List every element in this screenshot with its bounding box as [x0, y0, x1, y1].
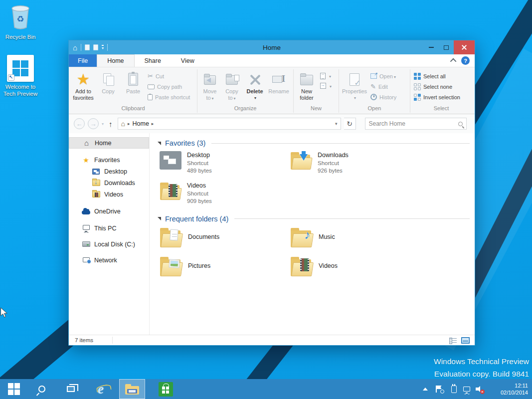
volume-muted-icon: ✕ [476, 386, 483, 393]
move-to-button[interactable]: Move to [199, 70, 221, 102]
network-tray-button[interactable] [461, 379, 473, 399]
rename-button[interactable]: Rename [267, 70, 291, 96]
flag-icon [436, 386, 442, 393]
cut-button[interactable]: Cut [146, 71, 192, 81]
new-folder-button[interactable]: New folder [295, 70, 318, 102]
copy-path-button[interactable]: Copy path [146, 81, 192, 92]
show-hidden-icons-button[interactable] [420, 379, 431, 399]
minimize-button[interactable] [424, 40, 439, 54]
sidebar-item-desktop[interactable]: Desktop [69, 166, 149, 177]
taskbar-clock[interactable]: 12:11 02/10/2014 [501, 379, 528, 399]
ribbon: Add to favorites Copy Paste Cut Copy pat… [69, 67, 475, 114]
ribbon-group-clipboard: Add to favorites Copy Paste Cut Copy pat… [71, 68, 195, 114]
tab-view[interactable]: View [171, 54, 204, 67]
tab-file[interactable]: File [69, 54, 97, 67]
sidebar-item-onedrive[interactable]: OneDrive [69, 205, 149, 217]
folder-tile-music[interactable]: Music [290, 227, 421, 248]
collapse-triangle-icon[interactable] [158, 142, 161, 145]
easy-access-icon [320, 83, 326, 89]
maximize-button[interactable] [439, 40, 454, 54]
tab-share[interactable]: Share [135, 54, 171, 67]
minimize-ribbon-icon[interactable] [450, 58, 457, 65]
taskbar-internet-explorer[interactable]: e [90, 379, 112, 399]
address-bar-row: ← → ▾ ↑ ▸ Home ▸ ▾ [69, 114, 475, 133]
easy-access-button[interactable] [318, 82, 334, 90]
sidebar-item-videos[interactable]: Videos [69, 189, 149, 200]
taskbar-store[interactable] [155, 379, 177, 399]
paste-button[interactable]: Paste [121, 70, 146, 96]
breadcrumb-segment[interactable]: Home [133, 120, 149, 127]
folder-tile-videos[interactable]: Videos [290, 256, 421, 277]
copy-button[interactable]: Copy [96, 70, 121, 96]
select-all-button[interactable]: Select all [412, 71, 462, 81]
group-label-clipboard: Clipboard [71, 105, 195, 114]
ribbon-group-open: Properties Open Edit History Open [341, 68, 408, 114]
sidebar-item-home[interactable]: Home [69, 137, 149, 149]
delete-button[interactable]: Delete [243, 70, 267, 102]
group-header-favorites[interactable]: Favorites (3) [158, 139, 470, 147]
sidebar-item-network[interactable]: Network [69, 254, 149, 266]
invert-selection-button[interactable]: Invert selection [412, 92, 462, 102]
power-tray-button[interactable] [448, 379, 460, 399]
file-tile-videos[interactable]: Videos Shortcut 909 bytes [160, 182, 290, 205]
large-icons-view-icon[interactable] [461, 337, 470, 344]
refresh-button[interactable] [344, 118, 356, 130]
up-button[interactable]: ↑ [109, 120, 113, 128]
home-icon [82, 139, 91, 147]
sidebar-item-local-disk[interactable]: Local Disk (C:) [69, 238, 149, 250]
recent-locations-icon[interactable]: ▾ [102, 122, 104, 126]
add-to-favorites-button[interactable]: Add to favorites [71, 70, 96, 102]
recycle-bin-shortcut[interactable]: ♻ Recycle Bin [3, 4, 38, 40]
frequent-folder-tiles: Documents Music Pictures [160, 227, 475, 277]
select-none-button[interactable]: Select none [412, 81, 462, 92]
address-box[interactable]: ▸ Home ▸ ▾ [118, 118, 341, 130]
qat-properties-icon[interactable] [85, 44, 90, 50]
close-button[interactable] [454, 40, 475, 54]
search-icon[interactable] [458, 122, 463, 126]
folder-tile-pictures[interactable]: Pictures [160, 256, 290, 277]
network-icon [82, 256, 90, 264]
address-dropdown-icon[interactable]: ▾ [335, 121, 338, 126]
explorer-window: ▾ Home File Home Share View ? [68, 40, 475, 346]
help-icon[interactable]: ? [461, 56, 470, 65]
group-header-frequent-folders[interactable]: Frequent folders (4) [158, 215, 470, 223]
breadcrumb-home-icon[interactable] [121, 120, 125, 128]
task-view-button[interactable] [61, 379, 81, 399]
qat-new-folder-icon[interactable] [93, 44, 98, 50]
file-tile-downloads[interactable]: Downloads Shortcut 926 bytes [290, 151, 421, 175]
back-button[interactable]: ← [74, 118, 85, 129]
taskbar-search-button[interactable] [33, 379, 51, 399]
open-button[interactable]: Open [368, 71, 398, 81]
move-to-icon [203, 74, 216, 85]
sidebar-item-favorites[interactable]: Favorites [69, 154, 149, 166]
folder-tile-documents[interactable]: Documents [160, 227, 290, 248]
paste-shortcut-button[interactable]: Paste shortcut [146, 92, 192, 102]
taskbar-file-explorer[interactable] [119, 379, 145, 399]
title-bar[interactable]: ▾ Home [69, 40, 475, 54]
network-icon [463, 387, 470, 392]
explorer-home-icon[interactable] [73, 44, 77, 51]
search-box[interactable] [365, 118, 467, 130]
new-item-button[interactable] [318, 72, 334, 80]
file-tile-desktop[interactable]: Desktop Shortcut 489 bytes [160, 151, 290, 175]
collapse-triangle-icon[interactable] [158, 217, 161, 220]
action-center-button[interactable] [433, 379, 445, 399]
search-input[interactable] [369, 120, 458, 127]
edit-button[interactable]: Edit [368, 81, 398, 92]
sidebar-item-downloads[interactable]: Downloads [69, 177, 149, 189]
details-view-icon[interactable] [449, 337, 457, 344]
sidebar-item-this-pc[interactable]: This PC [69, 222, 149, 234]
properties-button[interactable]: Properties [341, 70, 368, 102]
documents-folder-icon [160, 227, 182, 248]
start-button[interactable] [5, 379, 23, 399]
qat-customize-icon[interactable]: ▾ [102, 45, 104, 50]
welcome-shortcut[interactable]: Welcome to Tech Preview [3, 55, 38, 98]
desktop: ♻ Recycle Bin Welcome to Tech Preview ▾ [0, 0, 532, 399]
copy-to-button[interactable]: Copy to [221, 70, 243, 102]
volume-tray-button[interactable]: ✕ [473, 379, 486, 399]
history-button[interactable]: History [368, 92, 398, 102]
rename-icon [272, 74, 285, 84]
forward-button[interactable]: → [88, 118, 99, 129]
music-folder-icon [290, 227, 313, 248]
tab-home[interactable]: Home [97, 54, 134, 67]
